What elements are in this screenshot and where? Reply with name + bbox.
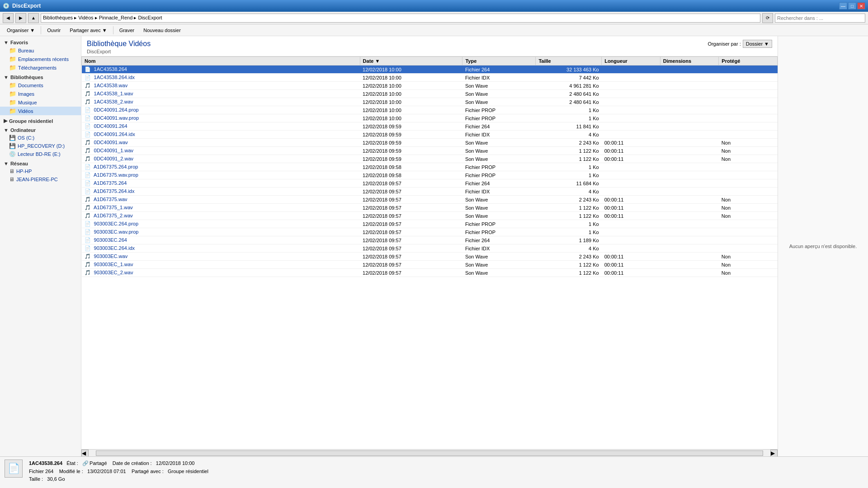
ouvrir-button[interactable]: Ouvrir — [43, 25, 65, 35]
file-link[interactable]: 903003EC_1.wav — [94, 262, 133, 267]
scrollbar-thumb[interactable] — [96, 450, 763, 456]
minimize-button[interactable]: — — [839, 2, 847, 9]
table-row[interactable]: 📄 0DC40091.264.prop 12/02/2018 10:00 Fic… — [82, 106, 778, 114]
file-link[interactable]: 0DC40091_2.wav — [94, 156, 133, 161]
file-link[interactable]: A1D67375_1.wav — [94, 205, 133, 210]
file-link[interactable]: A1D67375.264.idx — [94, 188, 135, 194]
col-header-longueur[interactable]: Longueur — [602, 57, 660, 66]
sidebar-item-musique[interactable]: 📁 Musique — [0, 98, 81, 107]
table-row[interactable]: 📄 1AC43538.264.idx 12/02/2018 10:00 Fich… — [82, 74, 778, 82]
partager-button[interactable]: Partager avec ▼ — [66, 25, 111, 35]
sidebar-header-favoris[interactable]: ▼ Favoris — [0, 38, 81, 46]
file-link[interactable]: 1AC43538.wav — [94, 83, 128, 88]
sidebar-header-bibliotheques[interactable]: ▼ Bibliothèques — [0, 73, 81, 81]
sidebar-item-videos[interactable]: 📁 Vidéos — [0, 107, 81, 115]
file-link[interactable]: 903003EC.264.idx — [94, 245, 135, 251]
table-row[interactable]: 🎵 1AC43538.wav 12/02/2018 10:00 Son Wave… — [82, 82, 778, 90]
col-header-nom[interactable]: Nom — [82, 57, 360, 66]
close-button[interactable]: ✕ — [857, 2, 865, 9]
file-link[interactable]: 0DC40091.264.prop — [94, 107, 139, 113]
col-header-taille[interactable]: Taille — [536, 57, 602, 66]
file-link[interactable]: 0DC40091_1.wav — [94, 148, 133, 153]
dossier-button[interactable]: Dossier ▼ — [743, 40, 772, 48]
maximize-button[interactable]: □ — [848, 2, 856, 9]
sidebar-item-documents[interactable]: 📁 Documents — [0, 81, 81, 89]
graver-button[interactable]: Graver — [115, 25, 139, 35]
sidebar-item-hphp[interactable]: 🖥 HP-HP — [0, 167, 81, 175]
cell-name: 📄 A1D67375.wav.prop — [82, 171, 360, 179]
table-row[interactable]: 🎵 903003EC_2.wav 12/02/2018 09:57 Son Wa… — [82, 269, 778, 277]
file-link[interactable]: A1D67375.wav — [94, 197, 127, 202]
table-row[interactable]: 📄 0DC40091.264 12/02/2018 09:59 Fichier … — [82, 122, 778, 131]
organiser-button[interactable]: Organiser ▼ — [3, 25, 39, 35]
col-header-type[interactable]: Type — [462, 57, 536, 66]
back-button[interactable]: ◀ — [3, 13, 14, 23]
table-row[interactable]: 📄 A1D67375.wav.prop 12/02/2018 09:58 Fic… — [82, 171, 778, 179]
file-link[interactable]: 0DC40091.wav — [94, 140, 128, 145]
sidebar-item-images[interactable]: 📁 Images — [0, 89, 81, 98]
file-link[interactable]: 903003EC_2.wav — [94, 270, 133, 275]
file-link[interactable]: 903003EC.wav — [94, 253, 128, 259]
horizontal-scrollbar[interactable]: ◀ ▶ — [81, 449, 778, 456]
cell-name: 📄 0DC40091.264.prop — [82, 106, 360, 114]
file-link[interactable]: 0DC40091.264.idx — [94, 131, 135, 137]
table-row[interactable]: 🎵 903003EC.wav 12/02/2018 09:57 Son Wave… — [82, 253, 778, 261]
address-box[interactable]: Bibliothèques ▸ Vidéos ▸ Pinnacle_Rend ▸… — [41, 14, 760, 23]
file-link[interactable]: 0DC40091.264 — [94, 123, 127, 129]
file-link[interactable]: 1AC43538.264 — [94, 66, 127, 72]
table-row[interactable]: 📄 0DC40091.wav.prop 12/02/2018 10:00 Fic… — [82, 114, 778, 122]
nouveau-dossier-button[interactable]: Nouveau dossier — [139, 25, 185, 35]
sidebar-header-ordinateur[interactable]: ▼ Ordinateur — [0, 126, 81, 134]
table-row[interactable]: 🎵 0DC40091.wav 12/02/2018 09:59 Son Wave… — [82, 139, 778, 147]
file-link[interactable]: 1AC43538.264.idx — [94, 75, 135, 80]
table-row[interactable]: 📄 903003EC.264.prop 12/02/2018 09:57 Fic… — [82, 220, 778, 228]
sidebar-item-emplacements[interactable]: 📁 Emplacements récents — [0, 55, 81, 63]
file-list-container[interactable]: Nom Date ▼ Type Taille Longueur Dimensio… — [81, 56, 778, 449]
sidebar-item-bureau[interactable]: 📁 Bureau — [0, 46, 81, 55]
table-row[interactable]: 🎵 0DC40091_1.wav 12/02/2018 09:59 Son Wa… — [82, 147, 778, 155]
table-row[interactable]: 🎵 A1D67375_2.wav 12/02/2018 09:57 Son Wa… — [82, 212, 778, 220]
table-row[interactable]: 📄 A1D67375.264 12/02/2018 09:57 Fichier … — [82, 179, 778, 188]
table-row[interactable]: 🎵 0DC40091_2.wav 12/02/2018 09:59 Son Wa… — [82, 155, 778, 163]
refresh-button[interactable]: ⟳ — [762, 13, 773, 23]
table-row[interactable]: 📄 A1D67375.264.idx 12/02/2018 09:57 Fich… — [82, 188, 778, 196]
search-input[interactable] — [775, 14, 865, 23]
up-button[interactable]: ▲ — [28, 13, 39, 23]
table-row[interactable]: 📄 903003EC.wav.prop 12/02/2018 09:57 Fic… — [82, 228, 778, 236]
file-link[interactable]: 903003EC.264 — [94, 237, 127, 243]
col-header-dimensions[interactable]: Dimensions — [660, 57, 719, 66]
scroll-right-button[interactable]: ▶ — [770, 450, 778, 457]
table-row[interactable]: 📄 A1D67375.264.prop 12/02/2018 09:58 Fic… — [82, 163, 778, 171]
table-row[interactable]: 📄 0DC40091.264.idx 12/02/2018 09:59 Fich… — [82, 131, 778, 139]
table-row[interactable]: 🎵 903003EC_1.wav 12/02/2018 09:57 Son Wa… — [82, 261, 778, 269]
cell-dimensions — [660, 196, 719, 204]
scroll-left-button[interactable]: ◀ — [81, 450, 89, 457]
sidebar-header-groupe[interactable]: ▶ Groupe résidentiel — [0, 116, 81, 125]
sidebar-item-osc[interactable]: 💾 OS (C:) — [0, 134, 81, 142]
file-link[interactable]: 903003EC.264.prop — [94, 221, 138, 226]
sidebar-item-telechargements[interactable]: 📁 Téléchargements — [0, 63, 81, 72]
table-row[interactable]: 🎵 A1D67375_1.wav 12/02/2018 09:57 Son Wa… — [82, 204, 778, 212]
col-header-date[interactable]: Date ▼ — [360, 57, 462, 66]
file-link[interactable]: A1D67375.wav.prop — [94, 172, 138, 178]
file-link[interactable]: A1D67375.264 — [94, 180, 127, 186]
sidebar-item-jeanpierre[interactable]: 🖥 JEAN-PIERRE-PC — [0, 175, 81, 183]
table-row[interactable]: 🎵 1AC43538_2.wav 12/02/2018 10:00 Son Wa… — [82, 98, 778, 106]
file-link[interactable]: 1AC43538_1.wav — [94, 91, 133, 96]
forward-button[interactable]: ▶ — [15, 13, 26, 23]
file-link[interactable]: 903003EC.wav.prop — [94, 229, 139, 235]
table-row[interactable]: 🎵 A1D67375.wav 12/02/2018 09:57 Son Wave… — [82, 196, 778, 204]
file-link[interactable]: 0DC40091.wav.prop — [94, 115, 139, 121]
table-row[interactable]: 🎵 1AC43538_1.wav 12/02/2018 10:00 Son Wa… — [82, 90, 778, 98]
sidebar-item-lecteur[interactable]: 💿 Lecteur BD-RE (E:) — [0, 150, 81, 158]
cell-type: Son Wave — [462, 139, 536, 147]
file-link[interactable]: 1AC43538_2.wav — [94, 99, 133, 104]
sidebar-header-reseau[interactable]: ▼ Réseau — [0, 159, 81, 167]
table-row[interactable]: 📄 1AC43538.264 12/02/2018 10:00 Fichier … — [82, 66, 778, 74]
col-header-protege[interactable]: Protégé — [719, 57, 778, 66]
table-row[interactable]: 📄 903003EC.264.idx 12/02/2018 09:57 Fich… — [82, 244, 778, 253]
file-link[interactable]: A1D67375.264.prop — [94, 164, 138, 169]
sidebar-item-hprecovery[interactable]: 💾 HP_RECOVERY (D:) — [0, 142, 81, 150]
file-link[interactable]: A1D67375_2.wav — [94, 213, 133, 218]
table-row[interactable]: 📄 903003EC.264 12/02/2018 09:57 Fichier … — [82, 236, 778, 244]
